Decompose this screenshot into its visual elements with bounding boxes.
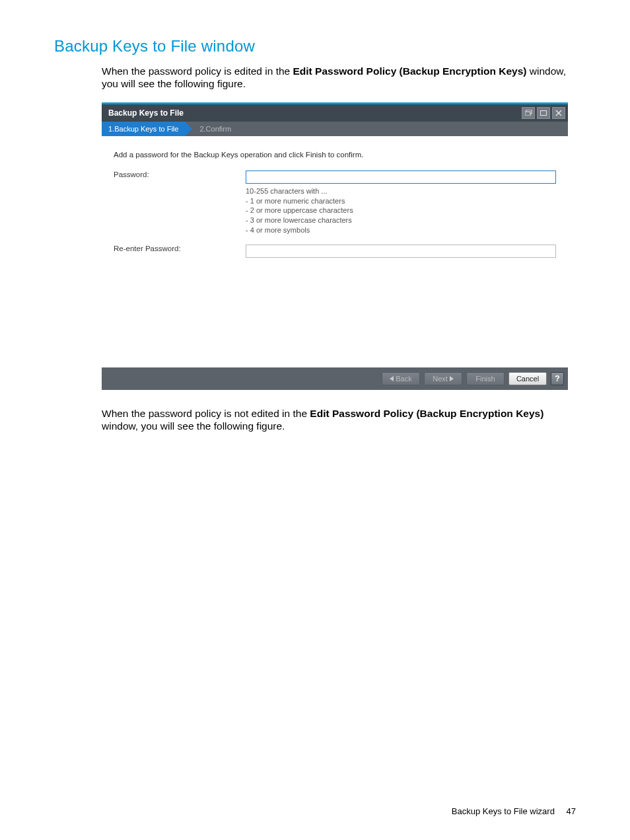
maximize-icon[interactable] <box>537 107 550 119</box>
intro-bold: Edit Password Policy (Backup Encryption … <box>293 65 527 77</box>
password-hints: 10-255 characters with ... - 1 or more n… <box>246 186 556 235</box>
cancel-label: Cancel <box>516 375 539 383</box>
dialog-titlebar: Backup Keys to File <box>102 104 568 122</box>
hint-line: - 1 or more numeric characters <box>246 196 556 206</box>
password-input[interactable] <box>246 171 556 184</box>
step-inactive: 2.Confirm <box>194 125 236 133</box>
post-pre: When the password policy is not edited i… <box>102 408 310 419</box>
reenter-password-input[interactable] <box>246 245 556 258</box>
page-number: 47 <box>567 806 576 816</box>
help-icon: ? <box>555 374 559 383</box>
chevron-left-icon <box>390 376 394 381</box>
next-button[interactable]: Next <box>424 372 462 385</box>
step-active: 1.Backup Keys to File <box>102 122 185 136</box>
back-button[interactable]: Back <box>382 372 420 385</box>
help-button[interactable]: ? <box>551 372 564 385</box>
restore-down-icon[interactable] <box>522 107 535 119</box>
reenter-password-label: Re-enter Password: <box>114 245 246 252</box>
back-label: Back <box>396 375 411 383</box>
wizard-steps: 1.Backup Keys to File 2.Confirm <box>102 122 568 136</box>
page-footer: Backup Keys to File wizard 47 <box>452 806 576 816</box>
dialog-body: Add a password for the Backup Keys opera… <box>102 136 568 367</box>
next-label: Next <box>433 375 448 383</box>
close-icon[interactable] <box>552 107 565 119</box>
post-bold: Edit Password Policy (Backup Encryption … <box>310 408 543 419</box>
dialog-figure: Backup Keys to File 1.Backup Keys to Fil… <box>102 102 568 390</box>
intro-pre: When the password policy is edited in th… <box>102 65 293 77</box>
dialog-instruction: Add a password for the Backup Keys opera… <box>114 151 556 159</box>
chevron-right-icon <box>450 376 454 381</box>
dialog-title: Backup Keys to File <box>108 108 184 118</box>
hint-line: - 2 or more uppercase characters <box>246 206 556 215</box>
dialog-footer: Back Next Finish Cancel ? <box>102 367 568 390</box>
svg-marker-6 <box>450 376 454 381</box>
hint-line: - 3 or more lowercase characters <box>246 215 556 225</box>
svg-marker-5 <box>390 376 394 381</box>
window-controls <box>522 107 565 119</box>
finish-label: Finish <box>475 375 495 383</box>
post-paragraph: When the password policy is not edited i… <box>102 407 576 433</box>
password-row: Password: 10-255 characters with ... - 1… <box>114 171 556 235</box>
reenter-password-row: Re-enter Password: <box>114 245 556 258</box>
svg-rect-2 <box>541 110 547 115</box>
password-label: Password: <box>114 171 246 178</box>
post-post: window, you will see the following figur… <box>102 420 285 432</box>
svg-rect-1 <box>525 112 530 116</box>
footer-text: Backup Keys to File wizard <box>452 806 555 816</box>
cancel-button[interactable]: Cancel <box>508 372 547 385</box>
hint-line: 10-255 characters with ... <box>246 186 556 196</box>
intro-paragraph: When the password policy is edited in th… <box>102 65 576 91</box>
finish-button[interactable]: Finish <box>466 372 505 385</box>
hint-line: - 4 or more symbols <box>246 225 556 235</box>
section-heading: Backup Keys to File window <box>54 37 576 56</box>
